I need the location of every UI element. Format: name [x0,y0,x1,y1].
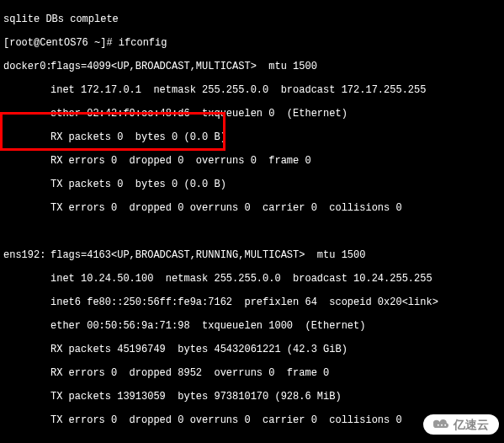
iface-name: docker0: [3,61,50,72]
docker0-inet: inet 172.17.0.1 netmask 255.255.0.0 broa… [3,84,501,96]
iface-flags: flags=4099<UP,BROADCAST,MULTICAST> mtu 1… [50,61,317,72]
shell-prompt: [root@CentOS76 ~]# [3,37,119,49]
docker0-rxe: RX errors 0 dropped 0 overruns 0 frame 0 [3,155,501,167]
svg-point-2 [444,424,446,426]
prev-output-line: sqlite DBs complete [3,13,501,25]
docker0-txe: TX errors 0 dropped 0 overruns 0 carrier… [3,202,501,214]
docker0-ether: ether 02:42:f9:cc:48:d6 txqueuelen 0 (Et… [3,108,501,120]
watermark-badge: 亿速云 [423,414,499,435]
watermark-text: 亿速云 [454,419,489,430]
docker0-rxp: RX packets 0 bytes 0 (0.0 B) [3,131,501,143]
iface-flags: flags=4163<UP,BROADCAST,RUNNING,MULTICAS… [50,249,365,261]
blank [3,438,501,443]
blank [3,226,501,238]
ens192-inet6: inet6 fe80::250:56ff:fe9a:7162 prefixlen… [3,296,501,308]
terminal-output[interactable]: sqlite DBs complete [root@CentOS76 ~]# i… [0,0,504,443]
svg-point-1 [441,424,443,426]
ens192-rxe: RX errors 0 dropped 8952 overruns 0 fram… [3,367,501,379]
svg-point-0 [438,424,439,426]
ens192-inet: inet 10.24.50.100 netmask 255.255.0.0 br… [3,273,501,285]
docker0-header: docker0:flags=4099<UP,BROADCAST,MULTICAS… [3,61,501,72]
ens192-header: ens192:flags=4163<UP,BROADCAST,RUNNING,M… [3,249,501,261]
command-text: ifconfig [119,37,167,49]
cloud-icon [433,418,450,431]
ens192-txp: TX packets 13913059 bytes 973810170 (928… [3,391,501,403]
iface-name: ens192: [3,249,50,261]
ens192-rxp: RX packets 45196749 bytes 45432061221 (4… [3,344,501,355]
docker0-txp: TX packets 0 bytes 0 (0.0 B) [3,179,501,190]
prompt-line: [root@CentOS76 ~]# ifconfig [3,37,501,49]
ens192-ether: ether 00:50:56:9a:71:98 txqueuelen 1000 … [3,320,501,332]
